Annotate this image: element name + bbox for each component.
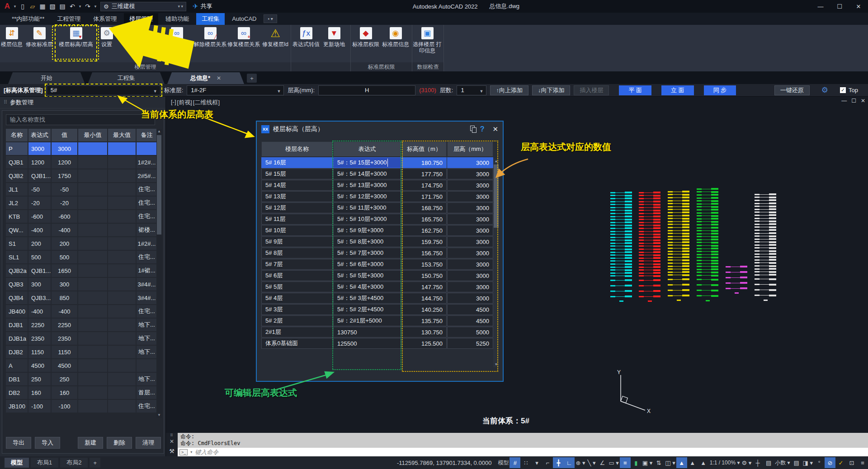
table-row[interactable]: QJB2aQJB1...16501#裙... [6,264,155,277]
scroll-up-icon[interactable]: ▲ [156,129,162,134]
close-icon[interactable]: ✕ [861,98,865,104]
floor-row[interactable]: 5# 12层5#：5# 11层+3000168.7503000 [261,202,493,213]
osnap-tracking-icon[interactable]: ∠ [597,457,608,468]
visual-style[interactable]: [二维线框] [193,98,220,107]
ribbon-tab-工程集[interactable]: 工程集 [196,13,225,25]
table-row[interactable]: JB400-400-400住宅... [6,305,155,318]
save-as-icon[interactable]: ▧ [48,1,57,11]
floor-row[interactable]: 5# 4层5#：5# 3层+4500144.7503000 [261,293,493,304]
units-format-value[interactable]: 小数 ▾ [774,457,791,468]
customization-icon[interactable]: ≡ [857,457,868,468]
save-icon[interactable]: ▦ [38,1,47,11]
add-up-button[interactable]: ↑向上添加 [490,85,528,95]
floor-height-input[interactable]: H [318,85,415,95]
settings-gear-icon[interactable]: ⚙ [821,85,828,95]
drawing-canvas[interactable]: [-][前视][二维线框] —☐✕ Y X 当前体系：5# XX 楼层标高（层高… [166,97,868,433]
scroll-down-icon[interactable]: ▼ [156,413,162,418]
undo-icon[interactable]: ↶ [68,1,77,11]
redo-icon[interactable]: ↷ [83,1,92,11]
table-row[interactable]: DJB211501150地下... [6,346,155,358]
file-tab-总信息[interactable]: 总信息*✕ [167,72,244,84]
import-button[interactable]: 导入 [35,437,60,449]
ribbon-tab-内部功能[interactable]: **内部功能** [6,13,50,25]
share-button[interactable]: ✈ 共享 [193,2,212,10]
search-input[interactable]: 输入名称查找 [6,114,155,125]
command-input[interactable]: >_ ▾ 键入命令 [178,448,868,456]
table-row[interactable]: DB1250250地下... [6,373,155,385]
floor-row[interactable]: 5# 15层5#：5# 14层+3000177.7503000 [261,169,493,179]
new-button[interactable]: 新建 [78,437,103,449]
lineweight-icon[interactable]: ≡ [620,457,631,468]
viewport-menu[interactable]: [-] [171,98,176,107]
minimize-icon[interactable]: — [841,98,847,104]
quick-properties-icon[interactable]: ▤ [791,457,802,468]
table-row[interactable]: QJB1120012001#2#... [6,156,155,169]
polar-tracking-icon[interactable]: ⊕ ▾ [575,457,586,468]
snap-mode-icon[interactable]: ∷ [520,457,531,468]
floor-row[interactable]: 2#1层130750130.7505000 [261,327,493,338]
table-row[interactable]: QJB2QJB1...17502#5#... [6,169,155,182]
lock-ui-icon[interactable]: ◨ ▾ [802,457,814,468]
ribbon-tab-工程管理[interactable]: 工程管理 [52,13,86,25]
floor-row[interactable]: 5# 10层5#：5# 9层+3000162.7503000 [261,225,493,236]
scroll-up-icon[interactable]: ▲ [493,159,499,164]
fullscreen-icon[interactable]: ⊡ [846,457,857,468]
new-tab-button[interactable]: + [247,74,257,83]
delete-button[interactable]: 删除 [107,437,132,449]
floor-info-button[interactable]: ⇵楼层信息 [0,25,24,61]
plot-icon[interactable]: ▤ [58,1,67,11]
modify-standard-floor-button[interactable]: ✎修改标准层 [24,25,55,61]
graphics-performance-icon[interactable]: ⊘ [825,457,835,468]
floor-row[interactable]: 5# 13层5#：5# 12层+3000171.7503000 [261,191,493,202]
ribbon-tab-AutoCAD[interactable]: AutoCAD [226,14,262,24]
3d-osnap-icon[interactable]: ⇅ [653,457,664,468]
table-row[interactable]: SL1500500住宅... [6,251,155,263]
floor-row[interactable]: 5# 14层5#：5# 13层+3000174.7503000 [261,180,493,191]
table-row[interactable]: DJB1a23502350地下... [6,332,155,345]
model-space-toggle[interactable]: 模型 [497,457,509,468]
infer-constraints-icon[interactable]: ⌐ [542,457,553,468]
dialog-title-bar[interactable]: XX 楼层标高（层高） ? ✕ [257,122,503,137]
floor-elevation-height-button[interactable]: ▦▼楼层标高/层高 [55,25,97,61]
workspace-selector[interactable]: ⚙ 三维建模 ▾ ▾ [100,2,186,11]
dynamic-input-icon[interactable]: ╋ [553,457,564,468]
dynamic-ucs-icon[interactable]: ◫ ▾ [664,457,676,468]
close-icon[interactable]: ✕ [849,0,868,13]
selection-cycling-icon[interactable]: ▣ ▾ [642,457,653,468]
table-row[interactable]: QW...-400-400裙楼... [6,224,155,236]
table-row[interactable]: JB100-100-100住宅... [6,400,155,413]
copy-icon[interactable] [470,126,476,133]
close-icon[interactable]: ✕ [170,438,174,445]
layout-tab-模型[interactable]: 模型 [5,458,29,468]
table-row[interactable]: DB2160160首层... [6,386,155,399]
clean-screen-icon[interactable]: ✓ [835,457,846,468]
autoscale-icon[interactable]: ▲ [687,457,698,468]
repair-floor-relation-button[interactable]: ∞+修复楼层关系 [227,25,260,61]
table-row[interactable]: A45004500 [6,359,155,372]
table-row[interactable]: DJB122502250地下... [6,319,155,331]
open-file-icon[interactable]: ▱ [28,1,37,11]
top-checkbox[interactable]: ✓ Top [840,87,858,94]
restore-icon[interactable]: ☐ [851,98,856,104]
file-tab-开始[interactable]: 开始 [8,72,85,84]
workspace-switching-icon[interactable]: ⚙ ▾ [741,457,752,468]
table-row[interactable]: P30003000 [6,142,155,155]
scrollbar-thumb[interactable] [157,135,161,234]
parameter-panel-header[interactable]: ⠿ 参数管理 [0,97,165,108]
ribbon-tab-楼层管理[interactable]: 楼层管理 [124,13,158,25]
close-icon[interactable]: ✕ [217,75,221,81]
scrollbar-thumb[interactable] [494,164,499,228]
export-button[interactable]: 导出 [6,437,31,449]
table-row[interactable]: QJB4QJB3...8503#4#... [6,291,155,304]
floor-row[interactable]: 体系0基础面125500125.5005250 [261,338,493,349]
insert-floor-button[interactable]: 插入楼层 [574,85,609,95]
floor-row[interactable]: 5# 7层5#：5# 6层+3000153.7503000 [261,259,493,270]
floor-row[interactable]: 5# 9层5#：5# 8层+3000159.7503000 [261,236,493,247]
grid-display-icon[interactable]: # [509,457,520,468]
layout-tab-布局2[interactable]: 布局2 [60,458,88,468]
expression-to-value-button[interactable]: ƒx表达式转值 [291,25,321,61]
help-icon[interactable]: ? [480,125,485,133]
add-down-button[interactable]: ↓向下添加 [532,85,571,95]
table-row[interactable]: QJB33003003#4#... [6,278,155,291]
standard-floor-permission-button[interactable]: ◆标准层权限 [351,25,381,61]
